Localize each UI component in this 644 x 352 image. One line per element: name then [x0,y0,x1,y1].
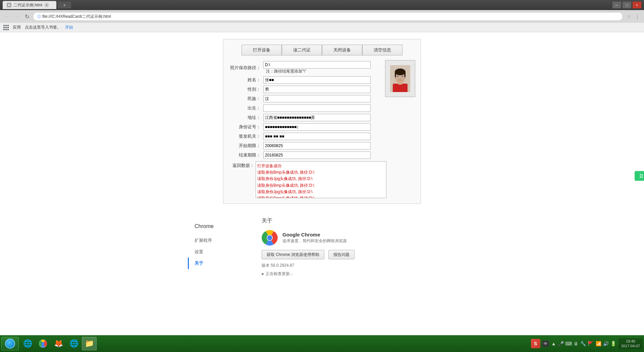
tab-title: 二代证示例.html [13,2,42,8]
photo-area [381,60,415,160]
close-btn[interactable]: × [633,2,641,8]
address-cell [262,113,381,122]
taskbar-explorer-icon[interactable]: 📁 [82,337,97,350]
taskbar-pinned-apps: 🌐 🦊 🌐 📁 [20,337,97,350]
minimize-btn[interactable]: ─ [612,2,621,8]
open-device-btn[interactable]: 打开设备 [241,45,282,55]
chrome-app-name: Google Chrome [282,232,347,237]
svg-rect-12 [395,78,405,79]
end-date-input[interactable] [263,151,371,159]
end-date-label: 结束期限： [229,150,262,160]
name-row: 姓名： [229,75,381,85]
apps-icon[interactable] [3,25,9,30]
system-tray-icons: ▲ 🎤 ⌨ 🖥 🔧 🚩 [551,341,594,347]
photo-path-row: 照片保存路径： 注：路径结尾需添加"\" [229,60,381,75]
volume-icon[interactable]: 🔊 [603,341,609,347]
bookmark-apps-label[interactable]: 应用 [13,25,21,30]
tray-arrow-icon[interactable]: ▲ [551,341,557,347]
bookmark-start-label[interactable]: 开始 [65,25,73,30]
settings-buttons-row: 获取 Chrome 浏览器使用帮助 报告问题 [262,250,449,259]
side-notification[interactable]: ZZ [635,171,644,181]
name-label: 姓名： [229,75,262,85]
clock-date: 2017-04-07 [621,344,640,348]
start-date-label: 开始期限： [229,141,262,150]
gender-input[interactable] [263,86,371,93]
settings-main: 关于 Googl [255,217,456,277]
bookmark-star-icon[interactable]: ☆ [627,14,631,19]
svg-rect-2 [393,84,408,92]
tray-mic-icon[interactable]: 🎤 [558,341,564,347]
close-device-btn[interactable]: 关闭设备 [322,45,362,55]
sidebar-item-about[interactable]: 关于 [188,258,255,269]
tab-favicon: ■ [7,3,11,7]
url-text: file:///C:/HXReadCard/二代证示例.html [42,14,111,19]
photo-path-input[interactable] [263,61,371,69]
tray-keyboard-icon[interactable]: ⌨ [566,341,572,347]
start-date-input[interactable] [263,142,371,149]
taskbar-firefox-icon[interactable]: 🦊 [51,337,66,350]
id-card-form: 打开设备 读二代证 关闭设备 清空信息 照片保存路径： 注：路径结尾需添加"\" [223,39,421,204]
settings-sidebar: Chrome 扩展程序 设置 关于 [188,217,255,277]
tab-close-btn[interactable]: × [44,3,49,7]
birth-cell [262,103,381,113]
tray-monitor-icon[interactable]: 🖥 [573,341,579,347]
new-tab-btn[interactable]: + [58,2,71,8]
sidebar-item-settings[interactable]: 设置 [188,246,255,258]
battery-icon[interactable]: 🔋 [610,341,616,347]
birth-row: 出生： [229,103,381,113]
form-fields: 照片保存路径： 注：路径结尾需添加"\" 姓名： [229,60,381,160]
forward-btn[interactable]: → [13,12,21,20]
address-bar: ← → ↻ ⓘ file:///C:/HXReadCard/二代证示例.html… [0,10,644,23]
browser-tab[interactable]: ■ 二代证示例.html × [3,1,56,9]
maximize-btn[interactable]: □ [623,2,631,8]
address-row: 地址： [229,113,381,122]
menu-icon[interactable]: ⋮ [633,12,641,20]
taskbar-ie2-icon[interactable]: 🌐 [66,337,81,350]
issuer-cell [262,132,381,141]
birth-input[interactable] [263,104,371,112]
checking-dot-icon [262,273,264,275]
person-photo [390,65,410,92]
photo-box [385,60,415,97]
name-input[interactable] [263,76,371,84]
address-input[interactable] [263,114,371,121]
svg-rect-11 [395,76,405,77]
start-date-row: 开始期限： [229,141,381,150]
tray-flag-icon[interactable]: 🚩 [588,341,594,347]
end-date-row: 结束期限： [229,150,381,160]
taskbar-ie-icon[interactable]: 🌐 [20,337,35,350]
chrome-app-desc: 追求速度、简约和安全的网络浏览器 [282,238,347,244]
sidebar-item-extensions[interactable]: 扩展程序 [188,235,255,246]
clear-info-btn[interactable]: 清空信息 [362,45,402,55]
address-input[interactable]: ⓘ file:///C:/HXReadCard/二代证示例.html [33,12,623,21]
svg-point-18 [42,343,44,345]
chrome-logo-row: Google Chrome 追求速度、简约和安全的网络浏览器 [262,230,449,246]
chrome-info: Google Chrome 追求速度、简约和安全的网络浏览器 [282,232,347,244]
return-data-textarea[interactable]: 打开设备成功 读取身份Bmp头像成功, 路径:D:\ 读取身份Jpg头像成功, … [256,161,386,198]
ethnicity-row: 民族： [229,94,381,103]
page-content: 打开设备 读二代证 关闭设备 清空信息 照片保存路径： 注：路径结尾需添加"\" [0,32,644,335]
wifi-icon[interactable]: 📶 [596,341,602,347]
start-button[interactable] [1,337,19,350]
system-clock[interactable]: 18:40 2017-04-07 [619,338,643,349]
ethnicity-label: 民族： [229,94,262,103]
bookmark-import-label[interactable]: 点击这里导入书签。 [25,25,61,30]
ethnicity-input[interactable] [263,95,371,102]
gender-label: 性别： [229,85,262,94]
taskbar-chrome-icon[interactable] [36,337,50,350]
end-date-cell [262,150,381,160]
id-number-input[interactable] [263,123,371,131]
language-icon[interactable]: 中 [542,341,549,347]
tray-tools-icon[interactable]: 🔧 [580,341,586,347]
chrome-help-btn[interactable]: 获取 Chrome 浏览器使用帮助 [262,250,324,259]
ethnicity-cell [262,94,381,103]
read-id-btn[interactable]: 读二代证 [282,45,322,55]
sogou-ime-icon[interactable]: S [531,339,540,348]
start-orb-icon [5,339,15,349]
refresh-btn[interactable]: ↻ [23,12,31,20]
sidebar-title: Chrome [188,221,255,235]
back-btn[interactable]: ← [3,12,11,20]
id-number-cell [262,122,381,132]
issuer-input[interactable] [263,133,371,140]
report-issue-btn[interactable]: 报告问题 [328,250,355,259]
